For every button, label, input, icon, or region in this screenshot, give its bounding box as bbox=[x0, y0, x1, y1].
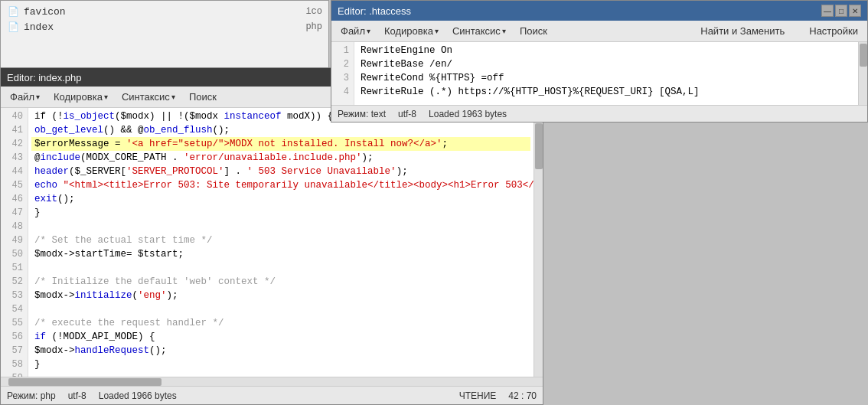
code-line bbox=[31, 302, 530, 316]
code-line: } bbox=[31, 206, 530, 220]
chevron-down-icon: ▾ bbox=[435, 27, 439, 35]
menu-search[interactable]: Поиск bbox=[514, 24, 553, 38]
code-line bbox=[31, 261, 530, 275]
close-button[interactable]: ✕ bbox=[849, 5, 861, 17]
menu-find-replace[interactable]: Найти и Заменить bbox=[694, 24, 791, 38]
editor-htaccess-menubar: Файл ▾ Кодировка ▾ Синтаксис ▾ Поиск Най… bbox=[331, 21, 867, 42]
vertical-scrollbar[interactable] bbox=[534, 108, 543, 377]
file-extension: php bbox=[305, 21, 322, 32]
code-line: RewriteRule (.*) https://%{HTTP_HOST}%{R… bbox=[357, 85, 855, 99]
htaccess-scroll-thumb[interactable] bbox=[860, 44, 867, 67]
status-position: 42 : 70 bbox=[508, 390, 537, 401]
code-line: ob_get_level() && @ob_end_flush(); bbox=[31, 123, 530, 137]
menu-encoding[interactable]: Кодировка ▾ bbox=[47, 90, 114, 104]
editor-htaccess-title: Editor: .htaccess bbox=[338, 5, 820, 17]
list-item[interactable]: 📄 index php bbox=[1, 19, 328, 34]
code-content-indexphp[interactable]: if (!is_object($modx) || !($modx instanc… bbox=[28, 108, 534, 377]
filename: favicon bbox=[24, 6, 301, 18]
code-line: $errorMessage = '<a href="setup/">MODX n… bbox=[31, 137, 530, 151]
code-line: if (!MODX_API_MODE) { bbox=[31, 330, 530, 344]
file-extension: ico bbox=[305, 6, 322, 17]
status-encoding: utf-8 bbox=[68, 390, 86, 401]
htaccess-status-mode: Режим: text bbox=[338, 109, 386, 119]
code-line bbox=[31, 220, 530, 234]
chevron-down-icon: ▾ bbox=[367, 27, 370, 35]
code-line: @include(MODX_CORE_PATH . 'error/unavail… bbox=[31, 151, 530, 165]
scroll-thumb[interactable] bbox=[535, 123, 543, 169]
status-access: ЧТЕНИЕ bbox=[459, 390, 497, 401]
code-line: /* execute the request handler */ bbox=[31, 316, 530, 330]
menu-file[interactable]: Файл ▾ bbox=[4, 90, 46, 104]
code-line: $modx->initialize('eng'); bbox=[31, 289, 530, 302]
chevron-down-icon: ▾ bbox=[36, 93, 40, 101]
code-line: } bbox=[31, 358, 530, 371]
code-line: exit(); bbox=[31, 192, 530, 206]
chevron-down-icon: ▾ bbox=[104, 93, 108, 101]
menu-file[interactable]: Файл ▾ bbox=[334, 24, 377, 38]
line-numbers-htaccess: 1234 bbox=[331, 42, 354, 105]
editor-htaccess-titlebar: Editor: .htaccess — □ ✕ bbox=[331, 1, 867, 21]
code-area-indexphp: 4041424344 4546474849 5051525354 5556575… bbox=[1, 108, 543, 377]
code-line: /* Initialize the default 'web' context … bbox=[31, 275, 530, 289]
htaccess-vertical-scrollbar[interactable] bbox=[858, 42, 867, 105]
status-mode: Режим: php bbox=[7, 390, 56, 401]
menu-syntax[interactable]: Синтаксис ▾ bbox=[446, 24, 512, 38]
code-line: /* Set the actual start time */ bbox=[31, 234, 530, 247]
editor-indexphp-statusbar: Режим: php utf-8 Loaded 1966 bytes ЧТЕНИ… bbox=[1, 386, 543, 404]
code-line: header($_SERVER['SERVER_PROTOCOL'] . ' 5… bbox=[31, 165, 530, 178]
code-line: $modx->handleRequest(); bbox=[31, 344, 530, 358]
menu-settings[interactable]: Настройки bbox=[803, 24, 864, 38]
code-line: RewriteEngine On bbox=[357, 44, 855, 57]
htaccess-status-loaded: Loaded 1963 bytes bbox=[429, 109, 507, 119]
hscroll-thumb[interactable] bbox=[8, 378, 162, 386]
status-right: ЧТЕНИЕ 42 : 70 bbox=[459, 390, 537, 401]
maximize-button[interactable]: □ bbox=[835, 5, 847, 17]
horizontal-scrollbar[interactable] bbox=[1, 377, 543, 386]
status-loaded: Loaded 1966 bytes bbox=[99, 390, 177, 401]
code-line: echo "<html><title>Error 503: Site tempo… bbox=[31, 178, 530, 192]
chevron-down-icon: ▾ bbox=[171, 93, 175, 101]
line-numbers: 4041424344 4546474849 5051525354 5556575… bbox=[1, 108, 28, 377]
code-line: RewriteBase /en/ bbox=[357, 57, 855, 71]
menu-syntax[interactable]: Синтаксис ▾ bbox=[116, 90, 181, 104]
chevron-down-icon: ▾ bbox=[502, 27, 506, 35]
code-line bbox=[31, 371, 530, 377]
menu-encoding[interactable]: Кодировка ▾ bbox=[378, 24, 445, 38]
editor-htaccess-statusbar: Режим: text utf-8 Loaded 1963 bytes bbox=[331, 105, 867, 122]
list-item[interactable]: 📄 favicon ico bbox=[1, 4, 328, 19]
code-line: RewriteCond %{HTTPS} =off bbox=[357, 71, 855, 85]
filename: index bbox=[24, 21, 301, 33]
file-icon: 📄 bbox=[7, 5, 19, 18]
menu-right-items: Найти и Заменить Настройки bbox=[694, 24, 864, 38]
file-icon: 📄 bbox=[7, 21, 19, 33]
menu-search[interactable]: Поиск bbox=[183, 90, 223, 104]
code-content-htaccess[interactable]: RewriteEngine On RewriteBase /en/ Rewrit… bbox=[354, 42, 858, 105]
htaccess-status-encoding: utf-8 bbox=[398, 109, 416, 119]
editor-htaccess: Editor: .htaccess — □ ✕ Файл ▾ Кодировка… bbox=[331, 0, 868, 122]
code-line: $modx->startTime= $tstart; bbox=[31, 247, 530, 261]
minimize-button[interactable]: — bbox=[821, 5, 834, 17]
code-area-htaccess: 1234 RewriteEngine On RewriteBase /en/ R… bbox=[331, 42, 867, 105]
